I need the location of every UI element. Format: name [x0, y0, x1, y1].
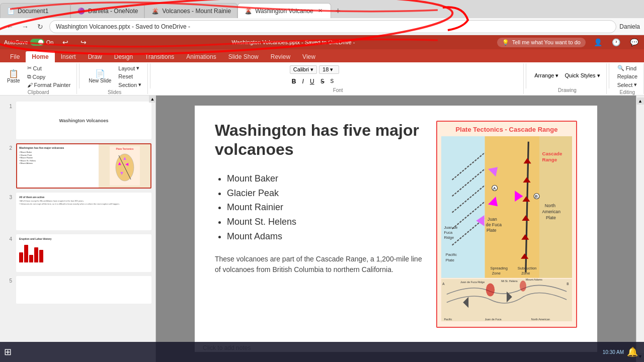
section-chevron: ▾: [138, 81, 141, 88]
reset-button[interactable]: Reset: [116, 73, 143, 80]
tab-onenote[interactable]: 🟣 Daniela - OneNote: [70, 3, 144, 18]
quick-styles-button[interactable]: Quick Styles ▾: [562, 71, 602, 80]
tab-design[interactable]: Design: [108, 51, 139, 62]
font-label: Font: [333, 86, 343, 93]
slide-thumb-4[interactable]: 4 Eruption and Lahar History: [0, 232, 155, 274]
windows-start-button[interactable]: ⊞: [4, 346, 12, 357]
tab-close-button[interactable]: ✕: [316, 7, 325, 15]
svg-text:Pacific: Pacific: [444, 318, 452, 321]
scroll-up-right[interactable]: ▲: [637, 98, 644, 105]
redo-button[interactable]: ↪: [77, 36, 90, 48]
slide-thumb-5[interactable]: 5: [0, 274, 155, 306]
tab-slideshow[interactable]: Slide Show: [222, 51, 265, 62]
autosave-toggle[interactable]: [30, 39, 44, 46]
slides-label: Slides: [108, 88, 121, 95]
italic-button[interactable]: I: [300, 77, 306, 85]
new-slide-icon: 📄: [95, 70, 105, 78]
clipboard-buttons: 📋 Paste ✂ Cut ⧉ Copy 🖌: [4, 64, 72, 88]
new-slide-button[interactable]: 📄 New Slide: [86, 69, 114, 84]
svg-text:Cascade: Cascade: [542, 151, 562, 156]
slide-num-3: 3: [4, 193, 12, 200]
slide-heading: Washington has five major volcanoes: [215, 121, 426, 159]
slide-thumb-2[interactable]: 2 Washington has five major volcanoes • …: [0, 141, 155, 191]
slide-thumb-3[interactable]: 3 All of them are active • All of these …: [0, 191, 155, 232]
search-user-icon[interactable]: 👤: [592, 36, 604, 48]
browser-chrome: 📄 Document1 🟣 Daniela - OneNote 🌋 Volcan…: [0, 0, 644, 35]
forward-button[interactable]: →: [19, 21, 31, 33]
address-bar[interactable]: Washington Volcanoes.pptx - Saved to One…: [49, 20, 616, 33]
comment-icon[interactable]: 💬: [628, 36, 640, 48]
svg-text:Range: Range: [542, 157, 557, 162]
svg-text:Mt St. Helens: Mt St. Helens: [501, 280, 518, 283]
slide-thumb-1[interactable]: 1 Washington Volcanoes: [0, 100, 155, 141]
slide-preview-2: Washington has five major volcanoes • Mo…: [16, 143, 151, 189]
svg-text:A: A: [493, 186, 496, 191]
tab-file[interactable]: File: [4, 51, 26, 62]
tell-me-box[interactable]: 💡 Tell me what You want to do: [497, 38, 586, 47]
slide-image-area: Plate Tectonics - Cascade Range: [436, 121, 577, 328]
slide2-mini-bullets: • Mount Baker• Glacier Peak• Mount Raini…: [19, 151, 97, 165]
select-button[interactable]: Select ▾: [615, 81, 639, 88]
address-text: Washington Volcanoes.pptx - Saved to One…: [56, 23, 190, 30]
clipboard-group: 📋 Paste ✂ Cut ⧉ Copy 🖌: [0, 63, 77, 94]
copy-button[interactable]: ⧉ Copy: [25, 73, 73, 80]
bullet-list: Mount Baker Glacier Peak Mount Rainier M…: [215, 171, 426, 244]
plate-diagram-title: Plate Tectonics - Cascade Range: [441, 126, 572, 133]
paste-label: Paste: [7, 78, 20, 83]
lightbulb-icon: 💡: [502, 39, 509, 46]
svg-text:Ridge: Ridge: [444, 235, 454, 240]
new-slide-label: New Slide: [89, 78, 111, 83]
undo-button[interactable]: ↩: [59, 36, 71, 48]
tab-transitions[interactable]: Transitions: [139, 51, 180, 62]
tab-review[interactable]: Review: [265, 51, 296, 62]
slide2-mini-heading: Washington has five major volcanoes: [19, 146, 97, 149]
tab-home[interactable]: Home: [26, 51, 54, 62]
svg-text:Plate: Plate: [546, 215, 556, 220]
format-painter-button[interactable]: 🖌 Format Painter: [25, 81, 73, 88]
strikethrough-button[interactable]: S̶: [318, 77, 327, 85]
plate-tectonics-svg: Cascade Range Juan de Fuca Ridge Juan de…: [441, 136, 572, 321]
underline-button[interactable]: U: [308, 77, 316, 85]
tab-rainier-label: Volcanoes - Mount Rainie: [162, 8, 231, 15]
section-button[interactable]: Section ▾: [116, 81, 143, 88]
slide-preview-4: Eruption and Lahar History: [16, 234, 151, 272]
layout-button[interactable]: Layout ▾: [116, 64, 143, 72]
history-icon[interactable]: 🕐: [610, 36, 622, 48]
user-name: Daniela: [619, 23, 640, 30]
tab-bar: 📄 Document1 🟣 Daniela - OneNote 🌋 Volcan…: [0, 0, 644, 18]
svg-text:North: North: [545, 203, 555, 208]
font-size-select[interactable]: 18 ▾: [319, 65, 339, 74]
back-button[interactable]: ←: [4, 21, 16, 33]
tab-view[interactable]: View: [296, 51, 321, 62]
tell-me-text: Tell me what You want to do: [512, 39, 581, 45]
replace-button[interactable]: Replace: [615, 73, 639, 80]
autosave-state: On: [46, 39, 54, 45]
slide-preview-5: [16, 276, 151, 304]
arrange-button[interactable]: Arrange ▾: [532, 71, 560, 80]
tab-animations[interactable]: Animations: [180, 51, 222, 62]
right-scrollbar[interactable]: ▲ ▼: [636, 96, 644, 362]
bold-button[interactable]: B: [290, 77, 298, 85]
font-family-select[interactable]: Calibri ▾: [290, 65, 317, 74]
svg-text:de Fuca: de Fuca: [486, 222, 502, 227]
paste-button[interactable]: 📋 Paste: [4, 69, 23, 84]
slide-footnote: These volcanoes are part of the Cascade …: [215, 254, 426, 275]
bullet-glacier-peak: Glacier Peak: [227, 186, 426, 201]
slide4-mini-chart: [19, 242, 148, 262]
svg-text:Juan de: Juan de: [444, 225, 457, 230]
tab-document1[interactable]: 📄 Document1: [0, 3, 70, 18]
layout-chevron: ▾: [136, 65, 139, 71]
tab-insert[interactable]: Insert: [55, 51, 82, 62]
tab-washington-volcano[interactable]: 🌋 Washington Volcanoe ✕: [237, 3, 331, 18]
new-tab-button[interactable]: +: [331, 4, 345, 18]
tab-onenote-icon: 🟣: [77, 7, 85, 15]
cut-button[interactable]: ✂ Cut: [25, 64, 73, 72]
section-label: Section: [118, 82, 137, 88]
find-button[interactable]: 🔍 Find: [615, 64, 638, 72]
tab-volcanoes-rainier[interactable]: 🌋 Volcanoes - Mount Rainie: [144, 3, 237, 18]
refresh-button[interactable]: ↻: [34, 21, 46, 33]
tab-draw[interactable]: Draw: [82, 51, 108, 62]
find-label: Find: [626, 65, 636, 71]
drawing-label: Drawing: [558, 86, 577, 93]
shadow-button[interactable]: S: [329, 78, 336, 84]
